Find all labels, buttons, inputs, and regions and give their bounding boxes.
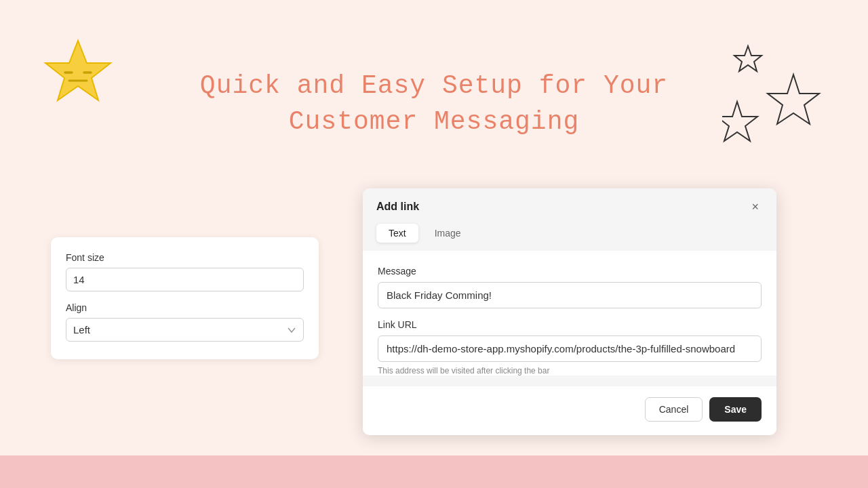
align-label: Align xyxy=(66,302,304,313)
link-url-input[interactable] xyxy=(378,336,762,362)
font-size-label: Font size xyxy=(66,252,304,263)
modal-footer: Cancel Save xyxy=(363,386,776,435)
add-link-modal: Add link × Text Image Message Link URL T… xyxy=(363,188,776,435)
tab-text[interactable]: Text xyxy=(376,224,418,243)
left-panel: Font size Align Left Center Right xyxy=(51,237,319,359)
modal-title: Add link xyxy=(376,201,419,213)
font-size-input[interactable] xyxy=(66,268,304,291)
font-size-group: Font size xyxy=(66,252,304,291)
align-group: Align Left Center Right xyxy=(66,302,304,342)
message-label: Message xyxy=(378,266,762,277)
align-select[interactable]: Left Center Right xyxy=(66,318,304,342)
modal-body: Message Link URL This address will be vi… xyxy=(363,251,776,375)
heading-container: Quick and Easy Setup for Your Customer M… xyxy=(0,68,868,140)
modal-close-button[interactable]: × xyxy=(747,199,763,214)
save-button[interactable]: Save xyxy=(709,397,762,422)
heading-line1: Quick and Easy Setup for Your xyxy=(0,68,868,104)
modal-header: Add link × xyxy=(363,188,776,224)
message-input[interactable] xyxy=(378,282,762,308)
heading-line2: Customer Messaging xyxy=(0,104,868,140)
cancel-button[interactable]: Cancel xyxy=(645,397,703,422)
tab-image[interactable]: Image xyxy=(422,224,473,243)
heading-text: Quick and Easy Setup for Your Customer M… xyxy=(0,68,868,140)
modal-tabs: Text Image xyxy=(363,224,776,251)
link-url-label: Link URL xyxy=(378,319,762,330)
link-url-hint: This address will be visited after click… xyxy=(378,366,762,375)
bottom-bar xyxy=(0,455,868,488)
